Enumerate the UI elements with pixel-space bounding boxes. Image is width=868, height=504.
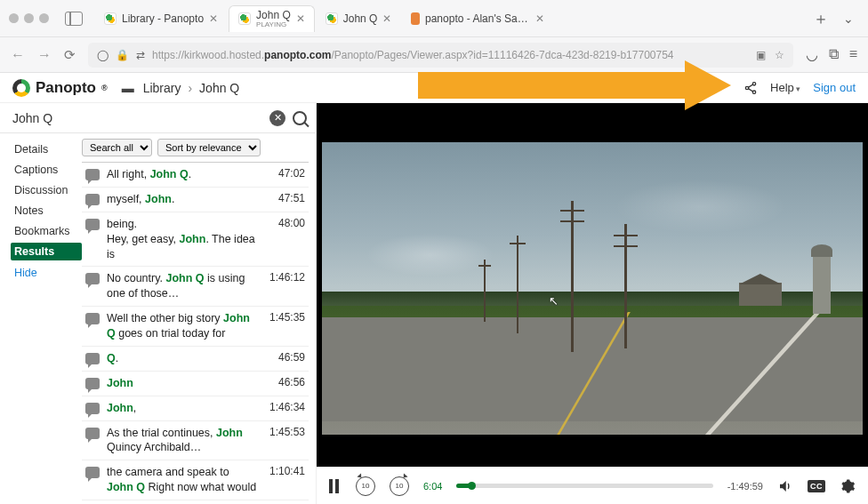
side-tab-bookmarks[interactable]: Bookmarks [11, 222, 82, 240]
result-text: the camera and speak to John Q Right now… [107, 465, 257, 495]
pocket-icon[interactable]: ◡ [806, 46, 818, 63]
side-tab-discussion[interactable]: Discussion [11, 181, 82, 199]
close-tab-button[interactable]: ✕ [382, 12, 391, 25]
permissions-icon: ⇄ [136, 49, 145, 61]
search-result[interactable]: John,1:46:34 [82, 396, 309, 420]
caption-icon [85, 169, 100, 180]
favicon [104, 12, 117, 25]
browser-tab[interactable]: Library - Panopto✕ [95, 5, 227, 32]
sidebar-toggle-icon[interactable] [65, 12, 83, 26]
result-time: 47:02 [273, 167, 305, 180]
results-list: All right, John Q.47:02myself, John.47:5… [82, 162, 309, 504]
results-column: Search all Sort by relevance All right, … [82, 133, 316, 504]
tab-overflow-button[interactable]: ⌄ [838, 9, 859, 28]
side-tab-results[interactable]: Results [11, 243, 82, 260]
search-input[interactable] [12, 111, 269, 125]
browser-tab[interactable]: John Q✕ [317, 5, 401, 32]
breadcrumb-current: John Q [199, 81, 239, 95]
new-tab-button[interactable]: ＋ [811, 8, 831, 29]
result-text: As the trial continues, John Quincy Arch… [107, 426, 257, 456]
hide-panel-link[interactable]: Hide [11, 264, 82, 282]
captions-button[interactable]: CC [808, 480, 825, 492]
breadcrumb: Library › John Q [143, 81, 240, 95]
pause-button[interactable] [329, 479, 342, 493]
rewind-10-button[interactable]: 10 [356, 476, 375, 496]
svg-line-4 [748, 88, 752, 91]
search-result[interactable]: the camera and speak to John Q Right now… [82, 460, 309, 500]
share-button[interactable] [743, 81, 758, 95]
browser-toolbar: ← → ⟳ ◯ 🔒 ⇄ https://kirkwood.hosted.pano… [0, 37, 868, 73]
tabs-container: Library - Panopto✕John QPLAYING✕John Q✕p… [95, 0, 804, 36]
trademark: ® [101, 84, 108, 92]
search-result[interactable]: All right, John Q.47:02 [82, 162, 309, 187]
volume-button[interactable] [777, 478, 793, 494]
help-menu[interactable]: Help [770, 81, 800, 94]
favicon [411, 12, 420, 25]
left-panel: ✕ DetailsCaptionsDiscussionNotesBookmark… [0, 103, 317, 504]
search-result[interactable]: myself, John.47:51 [82, 187, 309, 212]
clear-search-button[interactable]: ✕ [269, 110, 285, 126]
forward-10-button[interactable]: 10 [390, 476, 409, 496]
search-result[interactable]: No country. John Q is using one of those… [82, 266, 309, 306]
reader-icon[interactable]: ▣ [756, 49, 766, 61]
menu-icon[interactable]: ≡ [849, 46, 857, 63]
result-time: 1:10:41 [264, 465, 305, 477]
caption-icon [85, 219, 100, 230]
result-time: 46:59 [273, 351, 305, 364]
search-result[interactable]: Q.46:59 [82, 346, 309, 371]
svg-line-3 [748, 84, 752, 87]
side-tab-details[interactable]: Details [11, 140, 82, 158]
search-result[interactable]: Well the other big story John Q goes on … [82, 306, 309, 346]
sort-select[interactable]: Sort by relevance [157, 139, 261, 156]
favicon [326, 12, 338, 25]
video-frame[interactable]: ↖ [322, 110, 863, 467]
caption-icon [85, 428, 100, 439]
search-result[interactable]: As the trial continues, John Quincy Arch… [82, 420, 309, 460]
seek-bar[interactable] [456, 484, 712, 488]
search-result[interactable]: John46:56 [82, 371, 309, 396]
player-controls: 10 10 6:04 -1:49:59 CC [317, 467, 868, 504]
lock-icon: 🔒 [116, 49, 129, 61]
current-time: 6:04 [423, 481, 442, 492]
browser-tab[interactable]: John QPLAYING✕ [229, 5, 315, 32]
search-scope-select[interactable]: Search all [82, 139, 152, 156]
search-result[interactable]: being.Hey, get easy, John. The idea is48… [82, 212, 309, 267]
back-button[interactable]: ← [11, 47, 25, 63]
address-actions: ▣ ☆ [756, 49, 784, 61]
breadcrumb-library[interactable]: Library [143, 81, 181, 95]
browser-tab-strip: Library - Panopto✕John QPLAYING✕John Q✕p… [0, 0, 868, 37]
result-text: myself, John. [107, 192, 266, 207]
browser-tab[interactable]: panopto - Alan's Sandbox Cou…✕ [402, 5, 553, 32]
result-text: John, [107, 401, 257, 416]
caption-icon [85, 403, 100, 414]
caption-icon [85, 194, 100, 205]
address-bar[interactable]: ◯ 🔒 ⇄ https://kirkwood.hosted.panopto.co… [88, 43, 793, 68]
settings-button[interactable] [840, 478, 856, 494]
window-traffic-lights [9, 13, 49, 23]
extensions-icon[interactable]: ⧉ [829, 46, 839, 63]
search-icon[interactable] [293, 111, 307, 125]
sign-out-link[interactable]: Sign out [813, 81, 856, 94]
side-tab-notes[interactable]: Notes [11, 202, 82, 220]
result-text: No country. John Q is using one of those… [107, 271, 257, 301]
shield-icon: ◯ [97, 49, 108, 61]
side-tab-captions[interactable]: Captions [11, 161, 82, 179]
forward-button[interactable]: → [37, 47, 52, 63]
panopto-header: Panopto® ▬ Library › John Q Help Sign ou… [0, 73, 868, 103]
tab-label: John Q [256, 9, 291, 21]
close-tab-button[interactable]: ✕ [209, 12, 218, 25]
remaining-time: -1:49:59 [727, 481, 763, 492]
close-tab-button[interactable]: ✕ [296, 12, 305, 25]
tab-label: John Q [343, 12, 378, 25]
result-text: Q. [107, 351, 266, 366]
caption-icon [85, 378, 100, 389]
result-time: 1:46:12 [264, 271, 305, 284]
caption-icon [85, 353, 100, 364]
cursor-icon: ↖ [549, 294, 559, 308]
side-tabs: DetailsCaptionsDiscussionNotesBookmarksR… [0, 133, 82, 504]
reload-button[interactable]: ⟳ [64, 47, 76, 63]
close-tab-button[interactable]: ✕ [535, 12, 544, 25]
panopto-logo[interactable]: Panopto® [12, 79, 108, 97]
search-result[interactable]: happen if John had just been friggin…1:0… [82, 500, 309, 504]
star-icon[interactable]: ☆ [775, 49, 784, 61]
